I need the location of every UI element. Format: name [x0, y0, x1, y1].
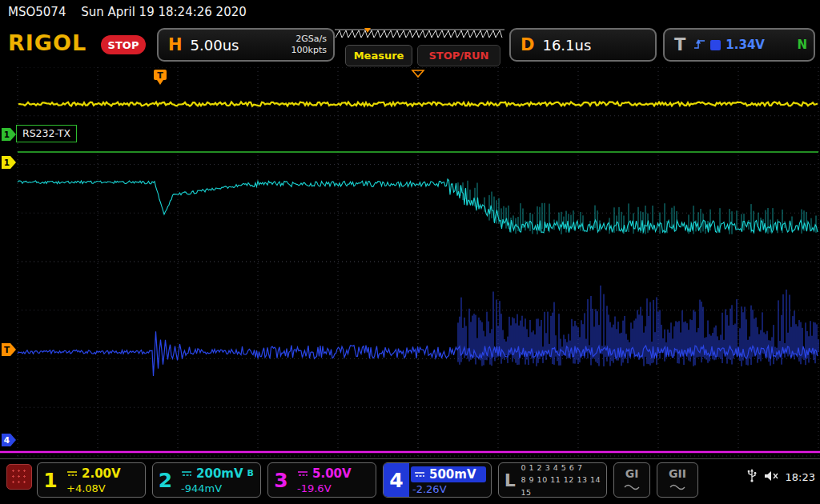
coupling-icon: [297, 466, 308, 481]
bus-position-marker[interactable]: 1: [2, 128, 16, 141]
usb-icon: [746, 469, 758, 486]
trigger-slope-icon: [693, 38, 705, 53]
channel-3-scale: 5.00V: [312, 466, 352, 481]
delay-panel[interactable]: D 16.1us: [509, 28, 657, 62]
datetime-text: Sun April 19 18:24:26 2020: [81, 5, 247, 19]
title-bar: MSO5074 Sun April 19 18:24:26 2020: [0, 0, 820, 24]
timebase-value: 5.00us: [191, 37, 239, 54]
model-name: MSO5074: [8, 5, 66, 19]
rs232-decode-label[interactable]: RS232-TX: [16, 125, 77, 142]
channel-1-number: 1: [38, 463, 63, 497]
channel-1-box[interactable]: 1 2.00V +4.08V: [37, 462, 146, 498]
logic-label: L: [499, 470, 521, 490]
run-state-badge: STOP: [101, 35, 146, 54]
generator-2-button[interactable]: GII: [657, 462, 698, 498]
memory-waveform-icon: [336, 30, 502, 38]
trigger-mode: N: [797, 38, 807, 52]
svg-text:4: 4: [4, 435, 10, 445]
generator-1-label: GI: [625, 467, 639, 480]
channel-1-scale: 2.00V: [82, 466, 121, 481]
menu-grid-icon: [10, 468, 28, 486]
clock: 18:23: [786, 471, 815, 483]
stop-run-button[interactable]: STOP/RUN: [417, 45, 500, 66]
memory-position-bar[interactable]: [334, 28, 505, 41]
trigger-position-marker[interactable]: T: [154, 70, 167, 85]
channel-4-number: 4: [384, 463, 409, 497]
ch4-position-marker[interactable]: 4: [2, 434, 16, 446]
header-bar: RIGOL STOP H 5.00us 2GSa/s 100kpts Measu…: [0, 24, 820, 67]
svg-text:T: T: [4, 345, 10, 354]
waveform-traces: [0, 102, 820, 453]
delay-value: 16.1us: [542, 37, 591, 54]
svg-text:T: T: [157, 70, 163, 81]
rigol-logo: RIGOL: [8, 30, 86, 55]
logic-row-1: 0 1 2 3 4 5 6 7: [521, 462, 606, 474]
channel-2-number: 2: [153, 463, 178, 497]
ch4-trace: [18, 331, 818, 376]
svg-text:1: 1: [4, 130, 10, 139]
channel-2-offset: -944mV: [178, 482, 257, 495]
generator-1-button[interactable]: GI: [613, 462, 650, 498]
channel-2-scale: 200mV: [196, 466, 243, 481]
bandwidth-limit-badge: B: [247, 468, 254, 478]
trigger-label: T: [674, 35, 685, 54]
channel-3-box[interactable]: 3 5.00V -19.6V: [267, 462, 376, 498]
logic-channels-box[interactable]: L 0 1 2 3 4 5 6 7 8 9 10 11 12 13 14 15: [498, 462, 607, 498]
sine-wave-icon: [669, 480, 685, 493]
trigger-level-value: 1.34V: [726, 38, 765, 52]
channel-3-offset: -19.6V: [294, 482, 372, 495]
ch1-position-marker[interactable]: 1: [2, 156, 16, 169]
sine-wave-icon: [624, 480, 640, 493]
trigger-level-marker[interactable]: T: [2, 343, 16, 356]
svg-text:1: 1: [4, 158, 10, 167]
horizontal-label: H: [168, 35, 183, 54]
oscilloscope-screen: MSO5074 Sun April 19 18:24:26 2020 RIGOL…: [0, 0, 820, 504]
measure-button[interactable]: Measure: [345, 45, 412, 66]
channel-2-box[interactable]: 2 200mV B -944mV: [152, 462, 261, 498]
channel-1-offset: +4.08V: [63, 482, 142, 495]
coupling-icon: [181, 466, 192, 481]
waveform-display: T 1 1 T 4 RS232-TX: [0, 67, 820, 458]
rigol-menu-button[interactable]: [6, 464, 32, 490]
delay-label: D: [521, 35, 534, 54]
trigger-panel[interactable]: T 1.34V N: [663, 28, 815, 62]
channel-4-scale: 500mV: [429, 467, 476, 482]
acquisition-info: 2GSa/s 100kpts: [291, 34, 327, 57]
channel-3-number: 3: [268, 463, 294, 497]
trigger-source-icon: [710, 40, 721, 50]
graticule: [18, 67, 818, 456]
logic-row-2: 8 9 10 11 12 13 14 15: [521, 474, 606, 498]
channel-4-offset: -2.26V: [409, 482, 488, 496]
sample-rate: 2GSa/s: [295, 34, 327, 44]
coupling-icon: [66, 466, 78, 481]
horizontal-panel[interactable]: H 5.00us 2GSa/s 100kpts: [157, 28, 335, 62]
coupling-icon: [414, 467, 425, 482]
speaker-muted-icon: [764, 470, 779, 485]
ch1-trace: [18, 102, 818, 106]
channel-4-box[interactable]: 4 500mV -2.26V: [383, 462, 492, 498]
memory-depth: 100kpts: [291, 45, 327, 55]
generator-2-label: GII: [669, 467, 686, 480]
